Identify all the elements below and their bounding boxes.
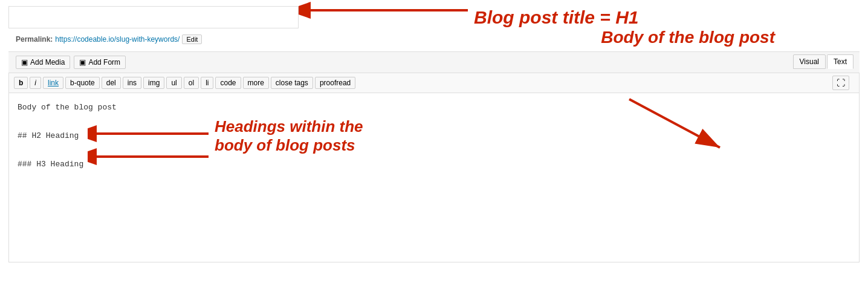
format-li-button[interactable]: li	[201, 77, 213, 89]
media-icon: ▣	[21, 58, 28, 67]
format-img-button[interactable]: img	[143, 77, 164, 89]
view-tabs: Visual Text	[793, 54, 853, 69]
title-arrow	[299, 0, 468, 25]
format-proofread-button[interactable]: proofread	[315, 77, 355, 89]
permalink-url[interactable]: https://codeable.io/slug-with-keywords/	[55, 35, 180, 44]
add-media-button[interactable]: ▣ Add Media	[16, 56, 70, 69]
page-container: Title of the post with keywords Blog pos…	[0, 0, 868, 303]
format-ol-button[interactable]: ol	[184, 77, 199, 89]
format-italic-button[interactable]: i	[30, 77, 41, 89]
format-bquote-button[interactable]: b-quote	[65, 77, 100, 89]
post-title-input[interactable]: Title of the post with keywords	[8, 6, 299, 28]
format-toolbar: b i link b-quote del ins img ul ol li co…	[8, 73, 860, 93]
annotation-heading-label: Headings within thebody of blog posts	[215, 117, 408, 155]
tab-visual[interactable]: Visual	[793, 54, 826, 69]
form-icon: ▣	[79, 58, 86, 67]
annotation-body-label: Body of the blog post	[601, 28, 775, 47]
format-bold-button[interactable]: b	[14, 77, 28, 89]
media-toolbar: ▣ Add Media ▣ Add Form Body of the blog …	[8, 51, 860, 73]
title-section: Title of the post with keywords Blog pos…	[0, 0, 868, 269]
format-more-button[interactable]: more	[243, 77, 269, 89]
permalink-edit-button[interactable]: Edit	[182, 34, 202, 44]
editor-body[interactable]: Body of the blog post ## H2 Heading ### …	[8, 93, 860, 262]
format-link-button[interactable]: link	[43, 77, 63, 89]
format-ins-button[interactable]: ins	[123, 77, 141, 89]
add-form-button[interactable]: ▣ Add Form	[74, 56, 126, 69]
format-code-button[interactable]: code	[215, 77, 241, 89]
annotation-h1-label: Blog post title = H1	[474, 7, 639, 28]
svg-line-7	[629, 99, 720, 148]
permalink-label: Permalink:	[16, 35, 53, 44]
tab-text[interactable]: Text	[827, 54, 853, 69]
format-del-button[interactable]: del	[102, 77, 121, 89]
fullscreen-button[interactable]: ⛶	[832, 76, 849, 90]
format-close-tags-button[interactable]: close tags	[271, 77, 313, 89]
format-ul-button[interactable]: ul	[166, 77, 181, 89]
body-arrow	[508, 93, 811, 184]
h3-arrow	[88, 148, 209, 178]
